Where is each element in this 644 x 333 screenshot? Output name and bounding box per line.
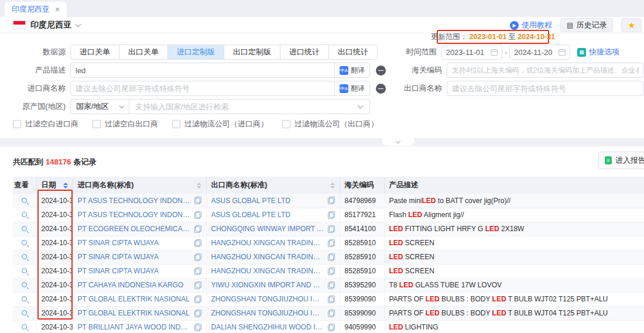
view-detail-icon[interactable] (22, 240, 27, 245)
exporter-name-link[interactable]: CHONGQING WINWAY IMPORT AND E... (211, 225, 324, 233)
view-detail-icon[interactable] (22, 226, 27, 231)
column-header-1[interactable]: 日期 (36, 177, 73, 194)
origin-search-input[interactable] (129, 102, 354, 111)
importer-name-link[interactable]: PT BRILLIANT JAYA WOOD INDUSTRY (78, 323, 191, 331)
filter-checkbox-1[interactable]: 过滤空白出口商 (93, 119, 158, 129)
copy-icon[interactable] (328, 225, 335, 233)
country-name: 印度尼西亚 (30, 20, 71, 30)
copy-icon[interactable] (194, 239, 201, 247)
exporter-name-link[interactable]: HANGZHOU XINGCAN TRADING CO LTD (211, 253, 324, 261)
datasource-option-2[interactable]: 进口定制版 (167, 44, 224, 60)
column-header-3[interactable]: 出口商名称(标准) (206, 177, 340, 194)
copy-icon[interactable] (328, 267, 335, 275)
view-detail-icon[interactable] (22, 254, 27, 259)
quick-options-link[interactable]: ▦ 快捷选项 (577, 47, 619, 57)
copy-icon[interactable] (194, 197, 201, 204)
collapse-toggle[interactable] (382, 138, 415, 146)
exporter-name-link[interactable]: ZHONGSHAN TONGJIUZHOU INTERNA... (211, 309, 324, 317)
exporter-name-link[interactable]: ZHONGSHAN TONGJIUZHOU INTERNA... (211, 295, 324, 303)
datasource-option-3[interactable]: 出口定制版 (224, 44, 280, 60)
chevron-down-icon[interactable] (76, 21, 81, 27)
tab-indonesia[interactable]: 印度尼西亚 × (5, 2, 67, 17)
checkbox-icon[interactable] (172, 120, 180, 128)
copy-icon[interactable] (194, 324, 201, 331)
importer-name-link[interactable]: PT ECOGREEN OLEOCHEMICALS (78, 225, 191, 233)
synonym-icon[interactable] (376, 66, 386, 75)
history-button[interactable]: ▤ 历史记录 (560, 18, 613, 32)
translate-button[interactable]: 中A 翻译 (334, 81, 369, 95)
view-detail-icon[interactable] (22, 296, 27, 301)
copy-icon[interactable] (194, 281, 201, 289)
copy-icon[interactable] (194, 253, 201, 261)
copy-icon[interactable] (328, 310, 335, 317)
exporter-name-link[interactable]: ASUS GLOBAL PTE LTD (211, 197, 324, 205)
sort-icon[interactable] (193, 183, 201, 188)
copy-icon[interactable] (328, 296, 335, 303)
view-detail-icon[interactable] (22, 324, 27, 329)
copy-icon[interactable] (328, 281, 335, 289)
translate-button[interactable]: 中A 翻译 (334, 63, 369, 77)
indonesia-flag-icon (13, 20, 26, 29)
hs-code-input[interactable] (447, 63, 643, 77)
enter-report-button[interactable]: ≡ 进入报告 (598, 152, 644, 169)
copy-icon[interactable] (194, 267, 201, 275)
exporter-name-link[interactable]: ASUS GLOBAL PTE LTD (211, 211, 324, 219)
column-header-2[interactable]: 进口商名称(标准) (73, 177, 206, 194)
view-detail-icon[interactable] (22, 198, 27, 203)
start-date-input[interactable]: 2023-11-01 (441, 44, 502, 60)
copy-icon[interactable] (194, 310, 201, 317)
importer-name-link[interactable]: PT GLOBAL ELEKTRIK NASIONAL (78, 309, 191, 317)
chevron-down-icon[interactable] (358, 103, 364, 109)
datasource-option-1[interactable]: 出口关单 (119, 44, 168, 60)
copy-icon[interactable] (328, 239, 335, 247)
exporter-input[interactable] (447, 81, 643, 95)
view-detail-icon[interactable] (22, 212, 27, 217)
filter-checkbox-0[interactable]: 过滤空白进口商 (13, 119, 78, 129)
datasource-option-4[interactable]: 进口统计 (280, 44, 329, 60)
copy-icon[interactable] (328, 253, 335, 261)
end-date-input[interactable]: 2024-11-20 (509, 44, 570, 60)
exporter-name-link[interactable]: DALIAN SHENGZHIHUI WOOD INDUST... (211, 323, 324, 331)
view-detail-icon[interactable] (22, 268, 27, 273)
copy-icon[interactable] (328, 211, 335, 219)
importer-name-link[interactable]: PT ASUS TECHNOLOGY INDONESIA BA... (78, 211, 191, 219)
importer-name-link[interactable]: PT GLOBAL ELEKTRIK NASIONAL (78, 295, 191, 303)
importer-name-link[interactable]: PT SINAR CIPTA WIJAYA (78, 239, 191, 247)
favorite-button[interactable]: ★ (621, 18, 642, 32)
hs-code-cell: 85399090 (340, 306, 384, 320)
copy-icon[interactable] (194, 211, 201, 219)
checkbox-icon[interactable] (93, 120, 101, 128)
checkbox-icon[interactable] (282, 120, 290, 128)
checkbox-icon[interactable] (13, 120, 21, 128)
importer-name-link[interactable]: PT SINAR CIPTA WIJAYA (78, 253, 191, 261)
view-detail-icon[interactable] (22, 282, 27, 287)
datasource-option-5[interactable]: 出口统计 (328, 44, 378, 60)
hs-code-cell: 85285910 (340, 250, 384, 264)
importer-name-link[interactable]: PT SINAR CIPTA WIJAYA (78, 267, 191, 275)
importer-name-link[interactable]: PT CAHAYA INDONESIA KARGO (78, 281, 191, 289)
copy-icon[interactable] (328, 197, 335, 204)
copy-icon[interactable] (194, 225, 201, 233)
copy-icon[interactable] (328, 324, 335, 331)
exporter-name-link[interactable]: HANGZHOU XINGCAN TRADING CO LTD (211, 267, 324, 275)
date-cell: 2024-10-31 (36, 264, 73, 278)
copy-icon[interactable] (194, 296, 201, 303)
sort-icon[interactable] (60, 183, 68, 188)
datasource-option-0[interactable]: 进口关单 (70, 44, 119, 60)
tutorial-link[interactable]: ▶ 使用教程 (510, 20, 552, 30)
sort-icon[interactable] (327, 183, 335, 188)
hs-code-cell: 85177921 (340, 208, 384, 222)
product-label: 产品描述 (0, 65, 70, 75)
exporter-name-link[interactable]: HANGZHOU XINGCAN TRADING CO LTD (211, 239, 324, 247)
filter-checkbox-3[interactable]: 过滤物流公司（出口商） (282, 119, 378, 129)
importer-input[interactable] (71, 81, 334, 95)
view-detail-icon[interactable] (22, 310, 27, 315)
date-cell: 2024-10-31 (36, 292, 73, 306)
filter-checkbox-2[interactable]: 过滤物流公司（进口商） (172, 119, 268, 129)
synonym-icon[interactable] (376, 84, 386, 94)
product-input[interactable] (71, 63, 334, 77)
origin-type-select[interactable]: 国家/地区 (71, 99, 129, 114)
exporter-name-link[interactable]: YIWU XIONGXIN IMPORT AND EXPORT... (211, 281, 324, 289)
importer-name-link[interactable]: PT ASUS TECHNOLOGY INDONESIA BA... (78, 197, 191, 205)
tab-close-icon[interactable]: × (55, 5, 60, 13)
